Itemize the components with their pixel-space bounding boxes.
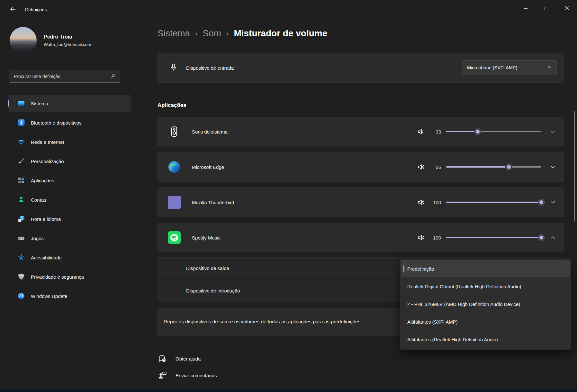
search-icon	[110, 73, 116, 80]
sidebar-item-label: Contas	[31, 197, 46, 203]
menu-item-phl-monitor[interactable]: 2 - PHL 326M6V (AMD High Definition Audi…	[401, 296, 570, 313]
slider-thumb[interactable]	[538, 199, 545, 206]
sidebar-item-privacidade[interactable]: Privacidade e segurança	[8, 268, 131, 285]
output-device-menu: Predefinição Realtek Digital Output (Rea…	[400, 258, 572, 350]
slider-thumb[interactable]	[474, 128, 481, 135]
close-button[interactable]	[556, 0, 577, 17]
system-sounds-icon	[167, 125, 181, 138]
window-controls	[515, 0, 577, 17]
sidebar-item-label: Personalização	[31, 159, 64, 164]
input-device-dropdown[interactable]: Microphone (SXFI AMP)	[462, 60, 557, 75]
slider-thumb[interactable]	[505, 163, 512, 170]
sidebar-item-label: Acessibilidade	[31, 255, 62, 260]
output-device-label: Dispositivo de saída	[186, 266, 229, 271]
minimize-icon	[524, 8, 527, 9]
person-icon	[17, 196, 25, 204]
input-device-sub-label: Dispositivo de introdução	[186, 288, 240, 293]
app-row-thunderbird[interactable]: Mozilla Thunderbird 100	[158, 187, 564, 217]
menu-item-altifalantes-realtek[interactable]: Altifalantes (Realtek High Definition Au…	[401, 331, 570, 348]
get-help-link[interactable]: ? Obter ajuda	[158, 352, 201, 365]
sidebar-item-rede[interactable]: Rede e Internet	[8, 134, 131, 150]
spotify-icon	[167, 231, 181, 244]
chevron-down-icon[interactable]	[550, 200, 556, 205]
titlebar: Definições	[0, 0, 577, 18]
sidebar-item-label: Bluetooth e dispositivos	[31, 120, 82, 126]
gamepad-icon	[17, 234, 25, 242]
sidebar-item-personalizacao[interactable]: Personalização	[8, 153, 131, 170]
app-row-spotify[interactable]: Spotify Music 100	[158, 223, 564, 252]
volume-value: 33	[429, 129, 441, 135]
sidebar-item-label: Aplicações	[31, 178, 54, 183]
sidebar-item-hora-idioma[interactable]: Hora e idioma	[8, 211, 131, 227]
bluetooth-icon	[17, 119, 25, 126]
display-icon	[17, 100, 25, 107]
speaker-icon[interactable]	[417, 233, 426, 242]
sidebar-item-label: Rede e Internet	[31, 139, 64, 145]
help-chat-icon: ?	[158, 354, 167, 363]
scrollbar[interactable]	[574, 111, 575, 222]
menu-item-label: Realtek Digital Output (Realtek High Def…	[407, 284, 521, 289]
volume-slider[interactable]	[446, 126, 541, 137]
sidebar-item-contas[interactable]: Contas	[8, 191, 131, 208]
menu-item-label: Altifalantes (SXFI AMP)	[407, 319, 458, 325]
menu-item-label: 2 - PHL 326M6V (AMD High Definition Audi…	[407, 301, 520, 307]
maximize-icon	[545, 7, 548, 10]
sidebar-item-sistema[interactable]: Sistema	[8, 95, 131, 112]
edge-icon	[167, 160, 181, 174]
sidebar-item-windows-update[interactable]: Windows Update	[8, 288, 131, 304]
wifi-icon	[17, 138, 25, 146]
breadcrumb-sistema[interactable]: Sistema	[158, 28, 190, 39]
sidebar-item-acessibilidade[interactable]: Acessibilidade	[8, 249, 131, 266]
app-name: Sons do sistema	[192, 129, 228, 135]
input-device-label: Dispositivo de entrada	[186, 65, 234, 71]
chevron-down-icon[interactable]	[550, 164, 556, 170]
sidebar-item-label: Sistema	[31, 101, 48, 106]
search-box[interactable]	[9, 70, 120, 83]
speaker-icon[interactable]	[417, 198, 426, 206]
get-help-label: Obter ajuda	[176, 356, 201, 362]
breadcrumb: Sistema › Som › Misturador de volume	[158, 26, 327, 40]
menu-item-predefinicao[interactable]: Predefinição	[401, 260, 570, 277]
sidebar-item-aplicacoes[interactable]: Aplicações	[8, 172, 131, 189]
sidebar-item-jogos[interactable]: Jogos	[8, 230, 131, 247]
input-device-value: Microphone (SXFI AMP)	[467, 65, 517, 70]
avatar	[10, 27, 37, 54]
sidebar-item-label: Privacidade e segurança	[31, 274, 84, 280]
chevron-right-icon: ›	[226, 29, 229, 38]
accessibility-icon	[17, 254, 25, 261]
menu-item-altifalantes-sxfi[interactable]: Altifalantes (SXFI AMP)	[401, 313, 570, 330]
send-feedback-link[interactable]: Enviar comentários	[158, 369, 217, 382]
speaker-icon[interactable]	[417, 127, 426, 136]
thunderbird-icon	[167, 196, 181, 209]
sidebar-item-label: Jogos	[31, 236, 44, 241]
slider-thumb[interactable]	[538, 234, 545, 241]
back-button[interactable]	[8, 4, 18, 15]
speaker-icon[interactable]	[417, 163, 426, 171]
window-bottom-edge	[0, 389, 577, 392]
app-row-microsoft-edge[interactable]: Microsoft Edge 66	[158, 152, 564, 182]
menu-item-realtek-digital[interactable]: Realtek Digital Output (Realtek High Def…	[401, 278, 570, 295]
chevron-down-icon[interactable]	[550, 129, 556, 134]
close-icon	[564, 5, 569, 11]
sidebar-item-label: Hora e idioma	[31, 216, 61, 222]
apps-section-title: Aplicações	[158, 102, 186, 109]
maximize-button[interactable]	[536, 0, 556, 17]
search-input[interactable]	[14, 74, 110, 79]
app-row-system-sounds[interactable]: Sons do sistema 33	[158, 117, 564, 146]
menu-item-label: Predefinição	[407, 266, 434, 272]
user-profile[interactable]: Pedro Troia Watto_fan@hotmail.com	[10, 27, 91, 54]
volume-slider[interactable]	[446, 197, 541, 207]
settings-window: Definições Pedro Troia Watto_fan@hotmail…	[0, 0, 577, 392]
breadcrumb-som[interactable]: Som	[203, 28, 221, 39]
send-feedback-label: Enviar comentários	[176, 373, 217, 378]
page-title: Misturador de volume	[234, 28, 327, 39]
app-name: Microsoft Edge	[192, 164, 224, 170]
volume-slider[interactable]	[446, 162, 541, 172]
selected-indicator	[8, 100, 9, 107]
chevron-right-icon: ›	[195, 29, 197, 38]
volume-slider[interactable]	[446, 232, 541, 243]
feedback-icon	[158, 370, 167, 380]
sidebar-item-bluetooth[interactable]: Bluetooth e dispositivos	[8, 114, 131, 131]
chevron-up-icon[interactable]	[550, 235, 556, 240]
minimize-button[interactable]	[515, 0, 536, 17]
